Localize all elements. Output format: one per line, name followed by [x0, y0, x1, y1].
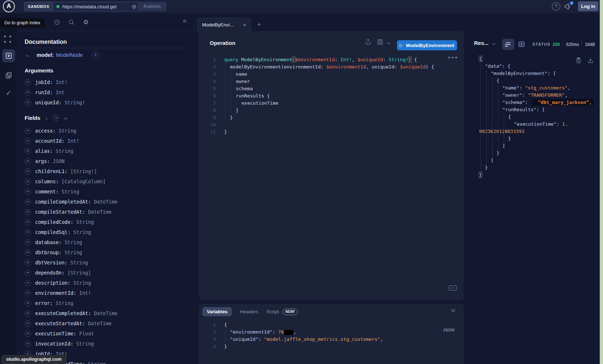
chevron-down-icon[interactable]	[64, 116, 67, 120]
indent-guide	[498, 84, 498, 150]
endpoint-settings-icon[interactable]: ⚙	[132, 4, 137, 9]
add-field-button[interactable]: +	[25, 270, 31, 276]
field-name[interactable]: dbtGroup:	[35, 250, 62, 255]
add-field-button[interactable]: +	[25, 260, 31, 266]
save-menu-chevron-icon[interactable]	[387, 41, 391, 45]
field-name[interactable]: columns:	[35, 179, 59, 184]
field-name[interactable]: args:	[35, 158, 50, 164]
tab-script[interactable]: Script	[266, 307, 279, 316]
add-argument-button[interactable]: +	[25, 100, 31, 106]
operation-editor[interactable]: 1 query ModelByEnvironment($environmentI…	[199, 56, 464, 136]
login-button[interactable]: Log in	[578, 1, 598, 11]
history-icon[interactable]	[53, 18, 61, 26]
run-operation-button[interactable]: ▷ ModelByEnvironment	[397, 40, 457, 50]
field-name[interactable]: compileStartedAt:	[35, 209, 85, 215]
add-field-button[interactable]: +	[25, 168, 31, 175]
sort-icon[interactable]: ↓	[45, 115, 48, 121]
add-field-button[interactable]: +	[25, 189, 31, 195]
endpoint-url[interactable]: https://metadata.cloud.get	[62, 4, 129, 9]
graph-index-icon[interactable]	[4, 35, 13, 44]
close-tab-icon[interactable]: ×	[243, 22, 246, 28]
field-type: String	[70, 260, 88, 265]
breadcrumb-type-link[interactable]: ModelNode	[56, 52, 83, 58]
add-field-button[interactable]: +	[25, 179, 31, 185]
endpoint-url-input[interactable]: https://metadata.cloud.get ⚙	[53, 2, 140, 11]
add-field-button[interactable]: +	[25, 138, 31, 144]
settings-gear-icon[interactable]: ⚙	[82, 18, 90, 26]
argument-name[interactable]: runId:	[35, 89, 53, 95]
response-body[interactable]: { "data": { "modelByEnvironment": [ { "n…	[479, 55, 600, 179]
argument-name[interactable]: uniqueId:	[35, 100, 62, 105]
sidebar-item-explorer[interactable]	[2, 49, 15, 62]
field-name[interactable]: invocationId:	[35, 341, 74, 347]
line-number: 4	[199, 343, 216, 350]
response-menu-chevron-icon[interactable]	[492, 42, 496, 45]
code-text: {	[479, 55, 482, 63]
collapse-variables-icon[interactable]	[452, 309, 455, 312]
field-name[interactable]: executeCompletedAt:	[35, 310, 91, 316]
search-icon[interactable]	[67, 18, 75, 26]
tab-operation[interactable]: ModelByEnvi... ×	[197, 18, 251, 32]
field-row: + args: JSON	[25, 156, 117, 166]
keyboard-shortcuts-icon[interactable]	[449, 285, 457, 290]
add-all-fields-button[interactable]: +	[53, 115, 59, 121]
add-field-button[interactable]: +	[25, 331, 31, 337]
sidebar-item-operation-collections[interactable]	[4, 71, 13, 80]
add-field-button[interactable]: +	[25, 148, 31, 154]
add-field-button[interactable]: +	[25, 229, 31, 235]
field-name[interactable]: alias:	[35, 148, 53, 154]
add-field-button[interactable]: +	[25, 290, 31, 296]
publish-button[interactable]: Publish	[138, 2, 167, 11]
field-name[interactable]: dbtVersion:	[35, 260, 67, 265]
announcements-icon[interactable]	[564, 2, 573, 11]
add-field-button[interactable]: +	[25, 219, 31, 225]
new-tab-icon[interactable]: +	[257, 21, 261, 29]
field-name[interactable]: comment:	[35, 189, 59, 194]
add-field-button[interactable]: +	[25, 209, 31, 215]
field-name[interactable]: compiledCode:	[35, 219, 74, 225]
back-arrow-icon[interactable]: ←	[25, 51, 34, 59]
argument-name[interactable]: jobId:	[35, 79, 53, 85]
table-view-icon[interactable]	[518, 41, 525, 48]
field-name[interactable]: childrenL1:	[35, 168, 67, 174]
add-field-button[interactable]: +	[25, 310, 31, 317]
add-field-button[interactable]: +	[92, 52, 99, 58]
add-field-button[interactable]: +	[25, 321, 31, 327]
list-view-button[interactable]	[502, 39, 514, 50]
variables-editor[interactable]: 1 { 2 "environmentId": 78, 3 "uniqueId":…	[199, 321, 464, 350]
share-icon[interactable]	[365, 38, 372, 46]
add-argument-button[interactable]: +	[25, 89, 31, 96]
tab-variables[interactable]: Variables	[202, 307, 232, 316]
field-name[interactable]: compileCompletedAt:	[35, 199, 91, 205]
field-name[interactable]: access:	[35, 128, 56, 134]
field-type: String	[64, 239, 82, 245]
apollo-logo-icon[interactable]: A	[3, 0, 15, 12]
add-field-button[interactable]: +	[25, 239, 31, 246]
code-line: 1 {	[199, 321, 464, 329]
code-line: 1 query ModelByEnvironment($environmentI…	[199, 56, 464, 63]
add-argument-button[interactable]: +	[25, 79, 31, 85]
add-field-button[interactable]: +	[25, 158, 31, 164]
sidebar-item-checks[interactable]: ✓	[4, 88, 13, 97]
field-name[interactable]: database:	[35, 239, 62, 245]
collapse-panel-icon[interactable]: «	[183, 17, 187, 25]
field-row: + compileCompletedAt: DateTime	[25, 197, 117, 207]
field-name[interactable]: error:	[35, 300, 53, 306]
field-name[interactable]: environmentId:	[35, 290, 76, 296]
field-name[interactable]: accountId:	[35, 138, 64, 144]
help-icon[interactable]: ?	[552, 2, 560, 11]
field-name[interactable]: compiledSql:	[35, 229, 71, 235]
field-name[interactable]: executionTime:	[35, 331, 76, 336]
field-name[interactable]: dependsOn:	[35, 270, 64, 276]
add-field-button[interactable]: +	[25, 341, 31, 347]
add-field-button[interactable]: +	[25, 300, 31, 306]
add-field-button[interactable]: +	[25, 128, 31, 134]
add-field-button[interactable]: +	[25, 280, 31, 286]
add-field-button[interactable]: +	[25, 250, 31, 256]
code-line: "data": {	[479, 63, 600, 70]
save-icon[interactable]	[377, 38, 384, 46]
field-name[interactable]: executeStartedAt:	[35, 321, 85, 326]
add-field-button[interactable]: +	[25, 199, 31, 205]
field-name[interactable]: description:	[35, 280, 71, 286]
tab-headers[interactable]: Headers	[240, 307, 258, 316]
